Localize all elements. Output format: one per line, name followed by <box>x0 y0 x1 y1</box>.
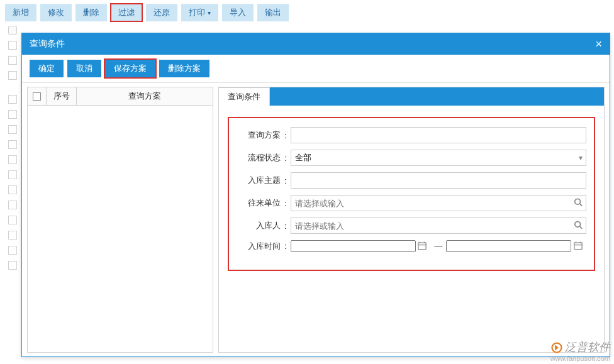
vendor-input[interactable] <box>291 195 586 211</box>
time-start-input[interactable] <box>291 240 416 252</box>
print-button[interactable]: 打印 <box>181 4 218 21</box>
person-label: 入库人 <box>237 220 284 231</box>
svg-line-3 <box>580 226 583 229</box>
dialog-title: 查询条件 <box>30 38 65 50</box>
dialog-header: 查询条件 × <box>22 33 610 55</box>
close-icon[interactable]: × <box>595 38 602 50</box>
watermark: 泛普软件 www.fanpusoft.com <box>550 341 610 363</box>
time-label: 入库时间 <box>237 241 284 252</box>
delete-plan-button[interactable]: 删除方案 <box>159 60 209 77</box>
tab-row: 查询条件 <box>219 87 604 106</box>
cancel-button[interactable]: 取消 <box>67 60 101 77</box>
svg-rect-8 <box>574 243 582 250</box>
rail-checkbox[interactable] <box>8 185 17 194</box>
row-plan: 查询方案: <box>237 127 586 143</box>
main-toolbar: 新增 修改 删除 过滤 还原 打印 导入 输出 <box>0 0 614 25</box>
header-name: 查询方案 <box>77 87 213 105</box>
status-select[interactable] <box>291 150 586 166</box>
rail-checkbox[interactable] <box>8 231 17 240</box>
row-subject: 入库主题: <box>237 172 586 189</box>
rail-checkbox[interactable] <box>8 110 17 119</box>
conditions-panel: 查询条件 查询方案: 流程状态: ▾ <box>218 87 605 353</box>
logo-icon <box>551 342 562 353</box>
dialog-body: 序号 查询方案 查询条件 查询方案: 流程状态: <box>22 83 610 356</box>
rail-checkbox[interactable] <box>8 201 17 209</box>
calendar-icon[interactable] <box>418 241 427 251</box>
rail-header-box <box>8 26 17 35</box>
filter-button[interactable]: 过滤 <box>111 4 142 21</box>
background-checkbox-rail <box>5 23 20 273</box>
plan-label: 查询方案 <box>237 130 284 141</box>
edit-button[interactable]: 修改 <box>40 4 72 21</box>
time-end-input[interactable] <box>446 240 571 252</box>
rail-checkbox[interactable] <box>8 95 17 104</box>
plans-panel: 序号 查询方案 <box>27 87 213 353</box>
vendor-label: 往来单位 <box>237 197 284 209</box>
rail-checkbox[interactable] <box>8 216 17 224</box>
colon: : <box>284 221 287 231</box>
header-checkbox-cell <box>28 87 47 105</box>
form-highlight-box: 查询方案: 流程状态: ▾ 入库主题: <box>228 117 595 271</box>
svg-line-1 <box>580 204 583 206</box>
save-plan-button[interactable]: 保存方案 <box>105 60 155 77</box>
rail-checkbox[interactable] <box>8 170 17 179</box>
range-dash: — <box>434 241 442 251</box>
svg-point-0 <box>575 199 581 204</box>
status-label: 流程状态 <box>237 152 284 163</box>
rail-checkbox[interactable] <box>8 261 17 270</box>
row-status: 流程状态: ▾ <box>237 150 586 166</box>
brand-url: www.fanpusoft.com <box>550 355 610 363</box>
delete-button[interactable]: 删除 <box>75 4 107 21</box>
colon: : <box>284 153 287 163</box>
rail-checkbox[interactable] <box>8 125 17 134</box>
row-time: 入库时间: — <box>237 240 586 252</box>
form-area: 查询方案: 流程状态: ▾ 入库主题: <box>219 106 604 352</box>
search-icon[interactable] <box>574 198 583 209</box>
header-no: 序号 <box>47 87 77 105</box>
calendar-icon[interactable] <box>574 241 583 251</box>
confirm-button[interactable]: 确定 <box>30 60 64 77</box>
rail-checkbox[interactable] <box>8 41 17 50</box>
colon: : <box>284 241 287 251</box>
colon: : <box>284 131 287 140</box>
plans-table-body <box>28 106 213 352</box>
person-input[interactable] <box>291 218 586 234</box>
rail-checkbox[interactable] <box>8 71 17 80</box>
svg-point-2 <box>575 221 581 227</box>
svg-rect-4 <box>418 243 426 250</box>
chevron-down-icon[interactable]: ▾ <box>579 153 583 162</box>
subject-label: 入库主题 <box>237 175 284 186</box>
row-vendor: 往来单位: <box>237 195 586 211</box>
select-all-checkbox[interactable] <box>33 92 41 101</box>
colon: : <box>284 176 287 185</box>
rail-checkbox[interactable] <box>8 246 17 255</box>
search-icon[interactable] <box>574 221 583 231</box>
plans-table-header: 序号 查询方案 <box>28 87 213 106</box>
tab-conditions[interactable]: 查询条件 <box>219 87 270 106</box>
colon: : <box>284 199 287 208</box>
rail-checkbox[interactable] <box>8 140 17 149</box>
add-button[interactable]: 新增 <box>5 4 36 21</box>
query-dialog: 查询条件 × 确定 取消 保存方案 删除方案 序号 查询方案 查询条件 <box>21 33 610 357</box>
subject-input[interactable] <box>291 172 586 189</box>
import-button[interactable]: 导入 <box>222 4 254 21</box>
rail-checkbox[interactable] <box>8 56 17 65</box>
row-person: 入库人: <box>237 218 586 234</box>
dialog-toolbar: 确定 取消 保存方案 删除方案 <box>22 55 610 83</box>
rail-checkbox[interactable] <box>8 155 17 164</box>
plan-input[interactable] <box>291 127 586 143</box>
export-button[interactable]: 输出 <box>257 4 289 21</box>
restore-button[interactable]: 还原 <box>146 4 177 21</box>
brand-name: 泛普软件 <box>565 341 610 355</box>
